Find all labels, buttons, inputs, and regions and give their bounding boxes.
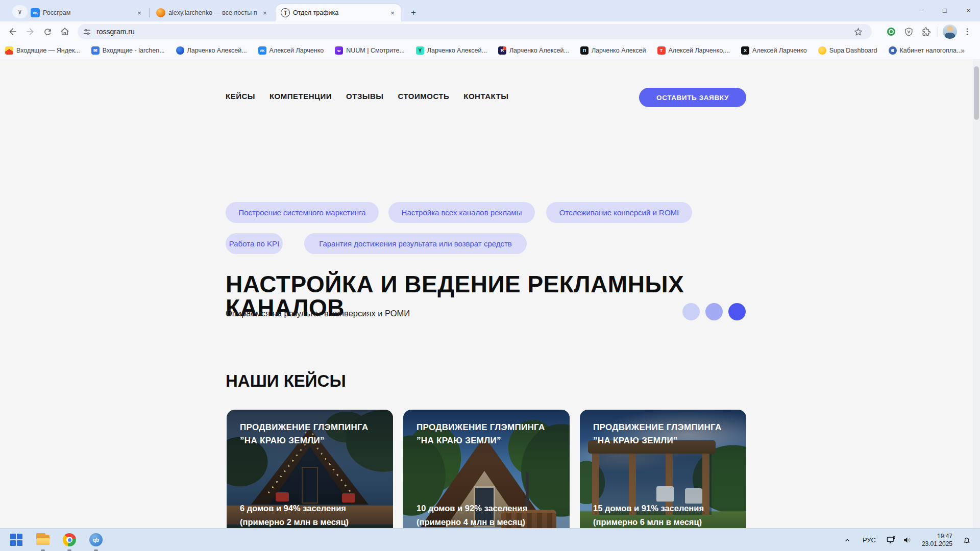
case-caption: 10 домов и 92% заселения (примерно 4 млн… [416,502,558,528]
window-maximize-button[interactable]: □ [933,0,957,20]
tab-close-icon[interactable]: × [135,8,144,17]
bookmark-label: Алексей Ларченко,... [669,47,730,54]
bookmark-label: Кабинет налогопла... [900,47,962,54]
bookmark-p[interactable]: П Ларченко Алексей [580,46,646,55]
nav-kompetencii[interactable]: КОМПЕТЕНЦИИ [270,92,332,101]
pill-kpi: Работа по KPI [226,233,283,254]
bookmark-label: Ларченко Алексей [592,47,646,54]
bookmark-nuum[interactable]: w NUUM | Смотрите... [335,46,405,55]
bookmarks-bar: Входящие — Яндек... ✉ Входящие - larchen… [0,42,980,59]
profile-avatar[interactable] [941,23,959,40]
case-card-1[interactable]: ПРОДВИЖЕНИЕ ГЛЭМПИНГА ”НА КРАЮ ЗЕМЛИ” 6 … [227,410,393,528]
case-card-3[interactable]: ПРОДВИЖЕНИЕ ГЛЭМПИНГА ”НА КРАЮ ЗЕМЛИ” 15… [580,410,746,528]
desktop: ∨ VK Россграм × alexy.larchenko — все по… [0,0,980,551]
scrollbar-thumb[interactable] [974,66,979,120]
qbittorrent-icon[interactable]: qb [88,532,104,548]
nuum-icon: w [335,46,343,55]
tab-larchenko[interactable]: alexy.larchenko — все посты по × [151,4,274,21]
nav-keisy[interactable]: КЕЙСЫ [226,92,255,101]
forward-icon[interactable] [21,23,39,40]
bookmark-label: NUUM | Смотрите... [346,47,405,54]
bookmark-label: Ларченко Алексей... [187,47,247,54]
envelope-icon: ✉ [91,46,100,55]
p-black-icon: П [580,46,589,55]
carousel-dot-1[interactable] [682,303,700,320]
address-bar[interactable]: rossgram.ru [78,24,872,39]
file-explorer-icon[interactable] [35,532,51,548]
taskbar-clock[interactable]: 19:47 23.01.2025 [922,533,952,548]
system-tray: РУС 19:47 23.01.2025 [839,529,980,551]
bookmark-yappy[interactable]: Y Ларченко Алексей... [416,46,487,55]
chrome-icon[interactable] [61,532,78,548]
nav-otzyvy[interactable]: ОТЗЫВЫ [346,92,383,101]
tilda-favicon-icon: Т [281,8,290,17]
tab-title: alexy.larchenko — все посты по [168,9,257,16]
t-red-icon: Т [657,46,666,55]
pill-conversions-romi: Отслеживание конверсий и ROMI [546,202,692,223]
carousel-dot-3[interactable] [728,303,746,320]
tab-title: Россграм [43,9,132,16]
window-close-button[interactable]: × [957,0,980,20]
tab-rossgram[interactable]: VK Россграм × [26,4,148,21]
volume-icon[interactable] [899,532,916,548]
case-card-2[interactable]: ПРОДВИЖЕНИЕ ГЛЭМПИНГА ”НА КРАЮ ЗЕМЛИ” 10… [403,410,570,528]
tab-divider [149,8,150,17]
bookmark-yandex-mail[interactable]: Входящие — Яндек... [5,46,80,55]
bookmark-mail[interactable]: ✉ Входящие - larchen... [91,46,165,55]
language-indicator[interactable]: РУС [863,536,876,544]
bookmark-rutube[interactable]: R Ларченко Алексей... [498,46,569,55]
new-tab-button[interactable]: + [406,6,421,20]
nav-kontakty[interactable]: КОНТАКТЫ [463,92,508,101]
browser-menu-kebab-icon[interactable] [959,23,976,40]
nav-stoimost[interactable]: СТОИМОСТЬ [398,92,450,101]
bookmark-t-red[interactable]: Т Алексей Ларченко,... [657,46,730,55]
bookmark-x[interactable]: X Алексей Ларченко [741,46,807,55]
tab-title: Отдел трафика [293,9,385,16]
blue-circle-icon [176,46,184,55]
url-text[interactable]: rossgram.ru [96,28,849,36]
page-scrollbar[interactable] [973,59,980,528]
window-minimize-button[interactable]: – [910,0,933,20]
bookmark-label: Ларченко Алексей... [427,47,487,54]
carousel-dot-2[interactable] [705,303,723,320]
clock-date: 23.01.2025 [922,540,952,548]
back-icon[interactable] [4,23,21,40]
yappy-icon: Y [416,46,424,55]
site-settings-icon [83,28,91,36]
pill-system-marketing: Построение системного маркетинга [226,202,379,223]
bookmark-supa[interactable]: Supa Dashboard [818,46,877,55]
case-caption: 6 домов и 94% заселения (примерно 2 млн … [240,502,382,528]
bookmark-label: Supa Dashboard [829,47,877,54]
tray-chevron-up-icon[interactable] [839,532,855,548]
browser-toolbar: rossgram.ru [0,21,980,42]
vk-favicon-icon: VK [31,8,40,17]
bookmark-label: Алексей Ларченко [270,47,324,54]
tab-close-icon[interactable]: × [260,8,270,17]
windows-taskbar: qb РУС 19:47 23.01.2025 [0,528,980,551]
pill-ad-channels: Настройка всех каналов рекламы [388,202,535,223]
case-title: ПРОДВИЖЕНИЕ ГЛЭМПИНГА ”НА КРАЮ ЗЕМЛИ” [416,421,556,447]
extension-record-icon[interactable] [883,23,900,40]
bookmark-label: Алексей Ларченко [752,47,807,54]
bookmark-larchenko-blue[interactable]: Ларченко Алексей... [176,46,247,55]
bookmarks-overflow-chevron-icon[interactable]: » [961,46,965,55]
home-icon[interactable] [56,23,74,40]
rutube-icon: R [498,46,506,55]
network-icon[interactable] [883,532,899,548]
tab-otdel-trafika[interactable]: Т Отдел трафика × [276,4,401,21]
extensions-puzzle-icon[interactable] [917,23,935,40]
hero-subtitle: Опираемся на результат в конверсиях и РО… [226,309,410,318]
x-icon: X [741,46,749,55]
reload-icon[interactable] [39,23,56,40]
cases-section-title: НАШИ КЕЙСЫ [226,371,346,391]
bookmark-vk[interactable]: VK Алексей Ларченко [258,46,324,55]
extension-shield-icon[interactable] [900,23,917,40]
bookmark-fns[interactable]: Кабинет налогопла... [889,46,962,55]
vk-icon: VK [258,46,266,55]
notifications-bell-icon[interactable] [959,532,975,548]
leave-request-button[interactable]: ОСТАВИТЬ ЗАЯВКУ [639,88,746,107]
fns-emblem-icon [889,46,897,55]
bookmark-star-icon[interactable] [849,23,867,40]
tab-close-icon[interactable]: × [388,8,397,17]
start-button[interactable] [8,532,24,548]
